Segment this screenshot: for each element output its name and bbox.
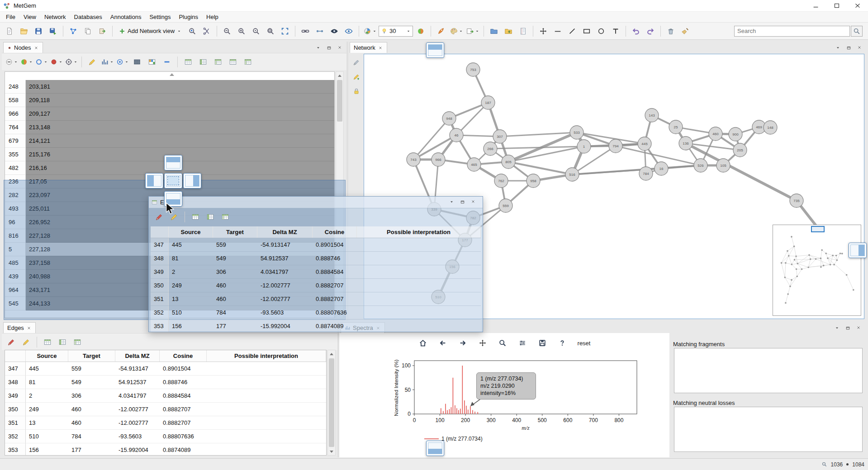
- scroll-up-arrow[interactable]: [336, 72, 343, 79]
- dock-indicator-main-bottom[interactable]: [426, 441, 444, 456]
- open-button[interactable]: [17, 24, 31, 38]
- table-row[interactable]: 34923064.03417970.8884584: [151, 265, 481, 279]
- text-tool-button[interactable]: [609, 24, 622, 38]
- edit-edge-button[interactable]: [5, 335, 18, 349]
- view-table-5-button[interactable]: [241, 55, 255, 69]
- tab-network[interactable]: Network: [350, 42, 387, 53]
- plot-save-button[interactable]: [536, 337, 549, 349]
- menu-file[interactable]: File: [2, 12, 19, 22]
- column-header-interpretation[interactable]: Possible interpretation: [357, 226, 481, 238]
- table-row[interactable]: 347445559-54.9131470.8901504: [5, 362, 326, 376]
- ellipse-tool-button[interactable]: [594, 24, 608, 38]
- column-header-blank[interactable]: [5, 350, 26, 362]
- dock-menu-button[interactable]: [314, 43, 322, 52]
- floating-edges-table[interactable]: Source Target Delta MZ Cosine Possible i…: [151, 226, 481, 332]
- menu-network[interactable]: Network: [40, 12, 70, 22]
- save-button[interactable]: [32, 24, 45, 38]
- dock-indicator-center[interactable]: [164, 173, 182, 188]
- edges-table-scrollbar[interactable]: [327, 350, 336, 456]
- plot-forward-button[interactable]: [456, 337, 469, 349]
- plot-reset-button[interactable]: reset: [576, 339, 593, 348]
- menu-databases[interactable]: Databases: [70, 12, 106, 22]
- map-column-button[interactable]: [115, 55, 129, 69]
- locate-node-button[interactable]: [64, 55, 78, 69]
- menu-help[interactable]: Help: [202, 12, 223, 22]
- neighbors-spinbox[interactable]: 30: [379, 26, 413, 37]
- color-ball-button[interactable]: [414, 24, 427, 38]
- zoom-region-button[interactable]: [264, 24, 277, 38]
- table-row[interactable]: 352510784-93.56030.88807636: [5, 430, 326, 443]
- add-network-view-button[interactable]: Add Network view: [116, 24, 185, 38]
- save-as-button[interactable]: [46, 24, 60, 38]
- table-row[interactable]: 353156177-15.9920040.8874089: [5, 443, 326, 456]
- node-size-button[interactable]: [34, 55, 48, 69]
- dock-close-button[interactable]: [854, 324, 863, 332]
- dock-indicator-right[interactable]: [183, 173, 201, 188]
- diagonal-tool-button[interactable]: [565, 24, 579, 38]
- view-table-2-button[interactable]: [196, 55, 210, 69]
- plot-zoom-button[interactable]: [496, 337, 509, 349]
- edges-view-3-button[interactable]: [71, 335, 84, 349]
- column-header-target[interactable]: Target: [68, 350, 115, 362]
- cut-tools-button[interactable]: [200, 24, 213, 38]
- plot-pan-button[interactable]: [476, 337, 489, 349]
- column-header-source[interactable]: Source: [26, 350, 68, 362]
- copy-button[interactable]: [81, 24, 95, 38]
- paste-button[interactable]: [95, 24, 109, 38]
- column-header-source[interactable]: Source: [169, 226, 213, 238]
- plot-back-button[interactable]: [436, 337, 449, 349]
- clear-button[interactable]: [678, 24, 692, 38]
- maximize-button[interactable]: [826, 0, 847, 11]
- redo-button[interactable]: [644, 24, 657, 38]
- minimize-button[interactable]: [806, 0, 826, 11]
- table-row[interactable]: 350249460-12.0027770.8882707: [5, 403, 326, 416]
- edit-edge-button[interactable]: [152, 210, 166, 224]
- table-row[interactable]: 34923064.03417970.8884584: [5, 389, 326, 403]
- launch-button[interactable]: [434, 24, 448, 38]
- edges-view-1-button[interactable]: [189, 210, 202, 224]
- plot-column-button[interactable]: [100, 55, 114, 69]
- floating-window-titlebar[interactable]: E...: [149, 197, 483, 208]
- export-image-button[interactable]: [465, 24, 480, 38]
- table-color-button[interactable]: [145, 55, 159, 69]
- highlight-node-button[interactable]: [49, 55, 63, 69]
- table-row[interactable]: 558209,118: [5, 94, 334, 107]
- table-row[interactable]: 35113460-12.0027770.8882707: [5, 416, 326, 430]
- metadata-button[interactable]: [516, 24, 530, 38]
- network-minimap[interactable]: [773, 225, 861, 316]
- dock-float-button[interactable]: [325, 43, 333, 52]
- edges-view-3-button[interactable]: [218, 210, 232, 224]
- lock-view-button[interactable]: [351, 86, 362, 97]
- dock-close-button[interactable]: [336, 43, 344, 52]
- dock-indicator-main-right[interactable]: [849, 243, 867, 258]
- remove-column-button[interactable]: [160, 55, 174, 69]
- annotate-pencil-button[interactable]: [351, 57, 362, 68]
- spectrum-plot-area[interactable]: 0100200300400500600700800050100m/zNormal…: [393, 356, 655, 451]
- table-row[interactable]: 764213,148: [5, 121, 334, 134]
- edges-table[interactable]: Source Target Delta MZ Cosine Possible i…: [5, 350, 327, 456]
- close-button[interactable]: [847, 0, 868, 11]
- table-row[interactable]: 350249460-12.0027770.8882707: [151, 279, 481, 292]
- hide-isolated-button[interactable]: [327, 24, 341, 38]
- table-row[interactable]: 347445559-54.9131470.8901504: [151, 238, 481, 252]
- menu-plugins[interactable]: Plugins: [175, 12, 202, 22]
- tab-close-icon[interactable]: [26, 325, 32, 331]
- undo-button[interactable]: [629, 24, 643, 38]
- dock-indicator-left[interactable]: [145, 173, 163, 188]
- dock-float-button[interactable]: [844, 324, 852, 332]
- view-table-4-button[interactable]: [226, 55, 240, 69]
- dock-menu-button[interactable]: [833, 324, 841, 332]
- dock-close-button[interactable]: [855, 43, 863, 52]
- dock-close-button[interactable]: [469, 197, 477, 206]
- node-color-button[interactable]: [19, 55, 33, 69]
- table-dark-button[interactable]: [130, 55, 144, 69]
- add-to-project-button[interactable]: [502, 24, 515, 38]
- menu-settings[interactable]: Settings: [145, 12, 175, 22]
- dock-indicator-top[interactable]: [164, 155, 182, 170]
- view-table-1-button[interactable]: [181, 55, 195, 69]
- minimap-viewport[interactable]: [811, 226, 825, 232]
- highlight-edge-button[interactable]: [19, 335, 33, 349]
- edit-node-button[interactable]: [85, 55, 99, 69]
- column-header-interpretation[interactable]: Possible interpretation: [207, 350, 326, 362]
- dock-indicator-main-top[interactable]: [426, 42, 444, 58]
